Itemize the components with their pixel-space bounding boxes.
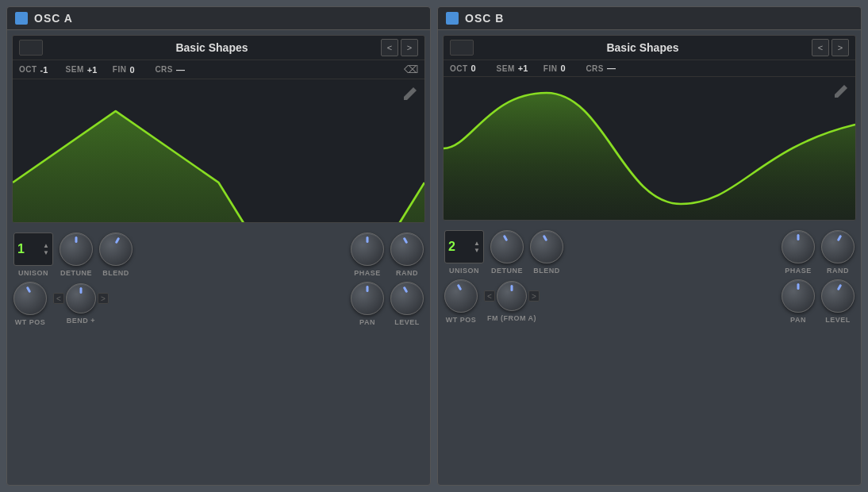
osc-b-level-group: LEVEL (821, 279, 855, 324)
osc-b-title: OSC B (465, 12, 504, 25)
osc-a-detune-knob[interactable] (60, 233, 93, 266)
osc-b-row2: WT POS < > FM (FROM A) PAN (444, 279, 855, 324)
osc-a-next-btn[interactable]: > (401, 39, 418, 56)
osc-a-row1: 1 ▲ ▼ UNISON DETUNE BLEND (13, 233, 424, 277)
osc-b-unison-down[interactable]: ▼ (474, 248, 480, 254)
osc-a-rand-knob[interactable] (390, 233, 424, 266)
osc-a-blend-knob[interactable] (99, 233, 133, 266)
synth-container: OSC A Basic Shapes < > OCT -1 SEM +1 (0, 0, 868, 492)
osc-a-wtpos-group: WT POS (13, 282, 47, 326)
osc-a-headphone-icon[interactable]: ⌫ (404, 63, 418, 75)
osc-b-pan-group: PAN (782, 279, 815, 324)
osc-a-unison-arrows: ▲ ▼ (43, 243, 49, 256)
osc-a-level-label: LEVEL (394, 318, 420, 326)
osc-b-wtpos-group: WT POS (444, 279, 478, 324)
osc-a-params-row: OCT -1 SEM +1 FIN 0 CRS — ⌫ (13, 60, 424, 79)
osc-b-fm-knob[interactable] (497, 281, 527, 311)
osc-b-rand-group: RAND (821, 230, 855, 275)
osc-b-controls: 2 ▲ ▼ UNISON DETUNE BLEND (438, 225, 861, 329)
osc-a-crs-value[interactable]: — (176, 65, 192, 75)
osc-a-bend-group: < > BEND + (53, 283, 109, 325)
osc-b-waveform-canvas (444, 77, 855, 220)
osc-a-bend-right[interactable]: > (98, 293, 109, 304)
osc-b-unison-selector[interactable]: 2 ▲ ▼ (444, 230, 484, 263)
osc-a-pan-label: PAN (359, 318, 375, 326)
osc-b-phase-group: PHASE (782, 230, 815, 275)
osc-b-level-knob[interactable] (821, 279, 855, 313)
osc-a-bend-row: < > (53, 283, 109, 313)
osc-b-phase-knob[interactable] (782, 230, 815, 263)
osc-a-oct-value[interactable]: -1 (40, 65, 56, 75)
osc-a-wtpos-label: WT POS (15, 318, 46, 326)
osc-a-bend-knob[interactable] (66, 283, 96, 313)
osc-b-panel: OSC B Basic Shapes < > OCT 0 SEM +1 (437, 6, 862, 486)
osc-a-level-group: LEVEL (390, 282, 424, 326)
osc-b-waveform-section: Basic Shapes < > OCT 0 SEM +1 FIN 0 (443, 35, 856, 221)
osc-a-level-knob[interactable] (390, 282, 424, 315)
osc-b-unison-up[interactable]: ▲ (474, 240, 480, 247)
osc-a-crs-group: CRS — (155, 65, 192, 75)
osc-a-prev-btn[interactable]: < (381, 39, 398, 56)
osc-b-fm-right[interactable]: > (528, 290, 540, 302)
osc-b-wtpos-knob[interactable] (444, 279, 478, 313)
osc-b-icon (446, 12, 459, 25)
osc-a-pencil-icon[interactable] (402, 86, 418, 102)
osc-a-detune-group: DETUNE (60, 233, 93, 277)
osc-b-sem-group: SEM +1 (497, 63, 534, 73)
osc-a-waveform-canvas (13, 79, 424, 222)
osc-b-oct-group: OCT 0 (450, 63, 487, 73)
osc-a-unison-selector[interactable]: 1 ▲ ▼ (13, 233, 53, 266)
osc-a-unison-value: 1 (17, 242, 25, 256)
osc-b-sem-value[interactable]: +1 (518, 63, 534, 73)
osc-a-fin-value[interactable]: 0 (129, 65, 145, 75)
osc-a-blend-label: BLEND (102, 269, 129, 277)
osc-b-pan-knob[interactable] (782, 279, 815, 313)
osc-b-prev-btn[interactable]: < (812, 39, 829, 56)
osc-a-bend-left[interactable]: < (53, 293, 64, 304)
osc-a-unison-up[interactable]: ▲ (43, 243, 49, 249)
osc-b-unison-value: 2 (448, 240, 455, 254)
osc-a-row2: WT POS < > BEND + PAN (13, 282, 424, 326)
osc-a-rand-group: RAND (390, 233, 424, 277)
osc-a-rand-label: RAND (396, 269, 418, 277)
osc-b-rand-label: RAND (827, 267, 849, 275)
osc-b-rand-knob[interactable] (821, 230, 855, 263)
osc-b-next-btn[interactable]: > (832, 39, 849, 56)
osc-a-icon (15, 12, 28, 25)
osc-a-phase-knob[interactable] (351, 233, 384, 266)
osc-b-waveform-name: Basic Shapes (474, 41, 812, 54)
osc-b-wtpos-label: WT POS (446, 316, 477, 324)
osc-b-pan-label: PAN (790, 316, 806, 324)
osc-a-pan-knob[interactable] (351, 282, 384, 315)
osc-a-unison-down[interactable]: ▼ (43, 250, 49, 256)
osc-b-pencil-icon[interactable] (833, 83, 849, 99)
osc-a-waveform-name: Basic Shapes (43, 41, 381, 54)
osc-a-crs-label: CRS (155, 65, 173, 74)
osc-a-sem-value[interactable]: +1 (87, 65, 103, 75)
osc-b-blend-knob[interactable] (530, 230, 563, 263)
osc-b-detune-knob[interactable] (490, 230, 524, 263)
osc-b-crs-value[interactable]: — (607, 63, 623, 73)
osc-b-fm-row: < > (484, 281, 540, 311)
osc-b-oct-value[interactable]: 0 (471, 63, 487, 73)
osc-a-fin-label: FIN (113, 65, 127, 74)
osc-b-fin-label: FIN (543, 64, 558, 73)
osc-a-pan-group: PAN (351, 282, 384, 326)
osc-a-sem-group: SEM +1 (66, 65, 103, 75)
osc-a-fin-group: FIN 0 (113, 65, 146, 75)
osc-a-wtpos-knob[interactable] (13, 282, 47, 315)
osc-b-fin-value[interactable]: 0 (560, 63, 576, 73)
osc-a-bend-label: BEND + (67, 317, 95, 325)
osc-b-fm-left[interactable]: < (484, 290, 495, 302)
osc-a-panel: OSC A Basic Shapes < > OCT -1 SEM +1 (6, 6, 431, 486)
osc-a-controls: 1 ▲ ▼ UNISON DETUNE BLEND (7, 228, 430, 331)
osc-b-detune-group: DETUNE (490, 230, 524, 275)
osc-b-blend-group: BLEND (530, 230, 563, 275)
osc-b-header: OSC B (438, 7, 861, 30)
osc-a-blend-group: BLEND (99, 233, 133, 277)
osc-b-unison-label: UNISON (449, 267, 479, 275)
osc-a-unison-group: 1 ▲ ▼ UNISON (13, 233, 53, 277)
osc-b-unison-arrows: ▲ ▼ (474, 240, 480, 254)
osc-b-waveform-header: Basic Shapes < > (444, 36, 855, 60)
osc-b-unison-group: 2 ▲ ▼ UNISON (444, 230, 484, 275)
